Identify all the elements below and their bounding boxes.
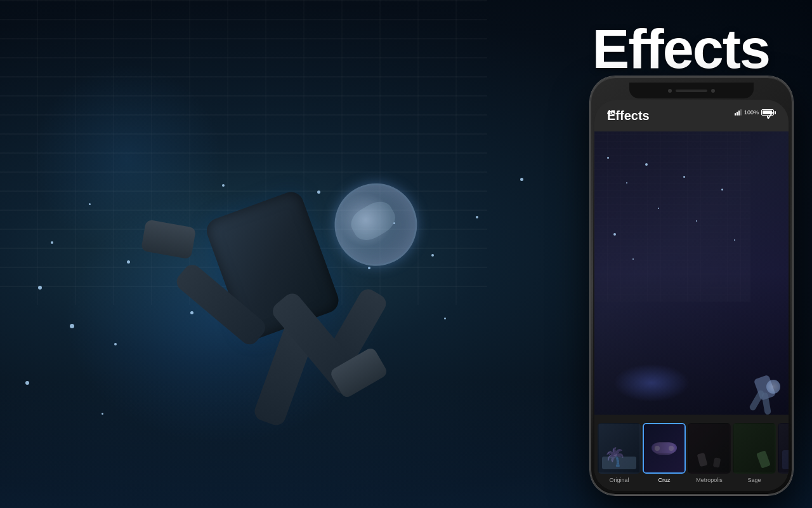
filter-thumb-original[interactable]: 🌴: [598, 423, 641, 474]
speaker-bar: [676, 90, 707, 92]
preview-particle: [658, 208, 659, 209]
preview-particle: [626, 182, 627, 184]
signal-bar-1: [735, 113, 736, 116]
phone-notch: [629, 83, 754, 98]
particle: [476, 216, 478, 218]
filter-thumb-sage[interactable]: [733, 423, 776, 474]
filter-thumb-cruz[interactable]: [643, 423, 686, 474]
filter-item-cruz[interactable]: Cruz: [643, 423, 686, 483]
particle: [25, 381, 29, 385]
preview-figure: [744, 364, 782, 415]
preview-particle: [632, 258, 634, 260]
filter-thumb-inner-metropolis: [689, 424, 730, 472]
filter-thumb-sentosa[interactable]: [778, 423, 789, 474]
palm-icon: 🌴: [604, 446, 626, 467]
signal-bars: [735, 109, 742, 116]
battery-fill: [763, 110, 772, 114]
particle: [51, 241, 53, 244]
signal-bar-4: [740, 109, 742, 116]
mini-leg-right: [761, 392, 771, 415]
filter-strip: 🌴 Original Cruz: [594, 415, 789, 491]
signal-text: 4G: [607, 109, 615, 116]
particle: [70, 324, 74, 328]
filter-item-sage[interactable]: Sage: [733, 423, 776, 483]
particle: [520, 178, 523, 181]
particle: [102, 413, 103, 415]
battery-body: [761, 109, 774, 116]
status-right: 100%: [735, 109, 776, 116]
filter-label-metropolis: Metropolis: [696, 477, 723, 483]
preview-particle: [696, 220, 697, 222]
filter-item-original[interactable]: 🌴 Original: [598, 423, 641, 483]
filter-thumb-inner-cruz: [644, 424, 684, 472]
astronaut-boot-left: [141, 219, 196, 259]
phone-frame: 4G 100%: [590, 76, 793, 495]
filter-thumb-inner-sage: [734, 424, 775, 472]
signal-bar-3: [738, 110, 740, 116]
main-title: Effects: [593, 17, 769, 81]
mini-legs: [754, 389, 776, 415]
preview-particle: [645, 163, 648, 166]
filter-item-metropolis[interactable]: Metropolis: [688, 423, 731, 483]
preview-particle: [607, 157, 609, 159]
phone-body: 4G 100%: [590, 76, 793, 495]
phone-screen: 4G 100%: [594, 100, 789, 491]
preview-area: [594, 131, 789, 415]
particle: [38, 286, 42, 290]
filter-thumb-inner-sentosa: [779, 424, 789, 472]
preview-glow: [613, 364, 690, 402]
filter-label-original: Original: [609, 477, 629, 483]
signal-bar-2: [737, 112, 738, 116]
filter-label-sage: Sage: [747, 477, 761, 483]
preview-particle: [683, 176, 685, 178]
preview-particle: [721, 189, 723, 190]
camera-dot-2: [711, 89, 715, 93]
filter-thumb-metropolis[interactable]: [688, 423, 731, 474]
filter-item-sentosa[interactable]: Sentosa: [778, 423, 789, 483]
battery-tip: [775, 111, 776, 114]
preview-image: [594, 131, 789, 415]
battery-percent: 100%: [744, 109, 759, 116]
camera-dot-1: [668, 89, 672, 93]
battery-icon: [761, 109, 776, 116]
astronaut-helmet: [323, 171, 429, 277]
preview-particle: [613, 233, 616, 236]
status-bar: 4G 100%: [607, 106, 776, 119]
filter-label-cruz: Cruz: [658, 477, 670, 483]
preview-particle: [734, 239, 735, 241]
